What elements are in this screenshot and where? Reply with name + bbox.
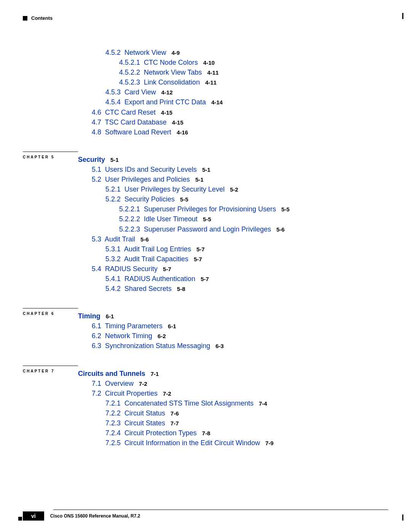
chapter-block: CHAPTER 5Security5-15.1 Users IDs and Se… — [23, 152, 388, 294]
chapter-title-link[interactable]: Timing — [78, 312, 100, 320]
toc-link[interactable]: 5.3.1 Audit Trail Log Entries — [105, 245, 191, 253]
page-ref: 4-11 — [205, 79, 217, 86]
chapter-title-row: Circuits and Tunnels7-1 — [78, 369, 388, 379]
toc-link[interactable]: 4.6 CTC Card Reset — [92, 109, 156, 116]
page-ref: 7-7 — [170, 420, 179, 427]
toc-link[interactable]: 5.2.2 Security Policies — [105, 195, 175, 203]
toc-link[interactable]: 5.2 User Privileges and Policies — [92, 176, 190, 183]
toc-link[interactable]: 7.2.1 Concatenated STS Time Slot Assignm… — [105, 399, 253, 407]
toc-link[interactable]: 7.2.3 Circuit States — [105, 419, 165, 427]
toc-entry: 7.2.4 Circuit Protection Types7-8 — [105, 428, 388, 438]
page-ref: 5-1 — [110, 157, 119, 163]
toc-link[interactable]: 6.1 Timing Parameters — [92, 322, 162, 330]
footer: vi Cisco ONS 15600 Reference Manual, R7.… — [23, 510, 388, 521]
page-ref: 4-16 — [177, 129, 188, 136]
page-ref: 7-2 — [139, 380, 147, 387]
chapter-label: CHAPTER 5 — [23, 155, 78, 159]
chapter-block: CHAPTER 7Circuits and Tunnels7-17.1 Over… — [23, 366, 388, 448]
toc-link[interactable]: 7.2.5 Circuit Information in the Edit Ci… — [105, 439, 260, 447]
toc-link[interactable]: 4.5.4 Export and Print CTC Data — [105, 98, 206, 106]
toc-link[interactable]: 7.2.2 Circuit Status — [105, 409, 165, 417]
toc-entry: 7.1 Overview7-2 — [92, 379, 388, 388]
page-ref: 7-8 — [202, 430, 210, 436]
toc-link[interactable]: 4.5.2.2 Network View Tabs — [119, 69, 202, 76]
chapter-title-link[interactable]: Circuits and Tunnels — [78, 370, 145, 377]
toc-link[interactable]: 7.2 Circuit Properties — [92, 390, 158, 397]
toc-link[interactable]: 5.3.2 Audit Trail Capacities — [105, 255, 188, 263]
page-ref: 7-9 — [265, 440, 274, 446]
page-ref: 5-5 — [281, 206, 290, 212]
page-ref: 5-7 — [201, 276, 209, 282]
page-ref: 5-6 — [140, 236, 149, 243]
page-ref: 5-1 — [195, 176, 204, 183]
toc-link[interactable]: 4.5.2 Network View — [105, 49, 166, 56]
toc-entry: 5.2.1 User Privileges by Security Level5… — [105, 184, 388, 194]
toc-entry: 4.5.2.1 CTC Node Colors4-10 — [119, 58, 388, 67]
toc-link[interactable]: 5.2.2.2 Idle User Timeout — [119, 215, 198, 223]
page-ref: 6-1 — [106, 313, 114, 320]
toc-link[interactable]: 5.4.2 Shared Secrets — [105, 285, 172, 292]
toc-continuation: 4.5.2 Network View4-94.5.2.1 CTC Node Co… — [78, 48, 388, 137]
page-ref: 4-10 — [203, 59, 215, 66]
manual-title: Cisco ONS 15600 Reference Manual, R7.2 — [50, 513, 140, 519]
toc-link[interactable]: 6.2 Network Timing — [92, 332, 152, 340]
toc-entry: 5.2.2.2 Idle User Timeout5-5 — [119, 214, 388, 224]
toc-link[interactable]: 5.1 Users IDs and Security Levels — [92, 166, 197, 173]
chapter-block: CHAPTER 6Timing6-16.1 Timing Parameters6… — [23, 308, 388, 351]
toc-link[interactable]: 5.2.1 User Privileges by Security Level — [105, 185, 225, 193]
chapter-label: CHAPTER 6 — [23, 312, 78, 316]
toc-link[interactable]: 4.8 Software Load Revert — [92, 128, 171, 136]
page-ref: 6-2 — [158, 333, 166, 339]
page-ref: 6-1 — [168, 323, 176, 329]
toc-entry: 4.6 CTC Card Reset4-15 — [92, 107, 388, 117]
page-ref: 5-8 — [177, 286, 185, 292]
toc-link[interactable]: 4.5.2.3 Link Consolidation — [119, 78, 200, 86]
toc-entry: 7.2.2 Circuit Status7-6 — [105, 408, 388, 418]
page-ref: 4-15 — [161, 109, 172, 116]
header: Contents — [23, 15, 388, 21]
toc-entry: 4.5.2.3 Link Consolidation4-11 — [119, 77, 388, 87]
chapter-title-row: Security5-1 — [78, 155, 388, 165]
toc-link[interactable]: 5.4.1 RADIUS Authentication — [105, 275, 195, 283]
toc-entry: 5.3.2 Audit Trail Capacities5-7 — [105, 254, 388, 264]
page-ref: 5-5 — [180, 196, 188, 203]
page-ref: 5-7 — [194, 256, 202, 262]
page-number: vi — [23, 511, 44, 521]
page-ref: 5-7 — [163, 266, 171, 272]
toc-entry: 4.5.2.2 Network View Tabs4-11 — [119, 67, 388, 77]
toc-link[interactable]: 4.7 TSC Card Database — [92, 118, 167, 126]
toc-link[interactable]: 6.3 Synchronization Status Messaging — [92, 342, 210, 350]
toc-link[interactable]: 5.3 Audit Trail — [92, 235, 135, 243]
toc-entry: 4.8 Software Load Revert4-16 — [92, 127, 388, 137]
page-ref: 7-4 — [259, 400, 267, 407]
toc-entry: 4.5.3 Card View4-12 — [105, 87, 388, 97]
toc-entry: 5.4.1 RADIUS Authentication5-7 — [105, 274, 388, 284]
page-ref: 4-14 — [211, 99, 223, 105]
toc-link[interactable]: 5.2.2.1 Superuser Privileges for Provisi… — [119, 205, 276, 213]
toc-entry: 5.2 User Privileges and Policies5-1 — [92, 174, 388, 184]
toc-entry: 5.4 RADIUS Security5-7 — [92, 264, 388, 274]
page-ref: 5-5 — [203, 216, 211, 222]
toc-entry: 6.2 Network Timing6-2 — [92, 331, 388, 341]
toc-link[interactable]: 7.2.4 Circuit Protection Types — [105, 429, 197, 437]
toc-entry: 7.2 Circuit Properties7-2 — [92, 388, 388, 398]
header-marker-icon — [23, 16, 27, 21]
toc-link[interactable]: 5.4 RADIUS Security — [92, 265, 158, 273]
toc-entry: 4.7 TSC Card Database4-15 — [92, 117, 388, 127]
page-ref: 4-15 — [172, 119, 183, 126]
toc-entry: 6.1 Timing Parameters6-1 — [92, 321, 388, 331]
page-ref: 5-6 — [276, 226, 285, 233]
header-label: Contents — [31, 15, 53, 21]
chapter-title-link[interactable]: Security — [78, 156, 105, 163]
toc-entry: 7.2.3 Circuit States7-7 — [105, 418, 388, 428]
toc-entry: 5.2.2 Security Policies5-5 — [105, 194, 388, 204]
toc-entry: 5.2.2.3 Superuser Password and Login Pri… — [119, 224, 388, 234]
toc-link[interactable]: 4.5.2.1 CTC Node Colors — [119, 59, 198, 66]
page-ref: 6-3 — [215, 343, 224, 349]
toc-entry: 4.5.2 Network View4-9 — [105, 48, 388, 58]
page-ref: 5-1 — [202, 166, 210, 173]
toc-link[interactable]: 7.1 Overview — [92, 380, 134, 387]
toc-link[interactable]: 5.2.2.3 Superuser Password and Login Pri… — [119, 225, 271, 233]
toc-link[interactable]: 4.5.3 Card View — [105, 88, 156, 96]
toc-entry: 6.3 Synchronization Status Messaging6-3 — [92, 341, 388, 351]
